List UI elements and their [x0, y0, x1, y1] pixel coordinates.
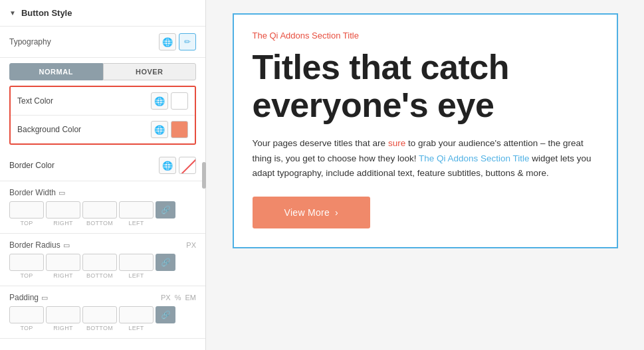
border-radius-px-label: PX: [186, 241, 196, 249]
border-width-left[interactable]: [119, 201, 154, 219]
sub-label-top-br: TOP: [9, 272, 44, 279]
description-text: Your pages deserve titles that are sure …: [253, 136, 598, 181]
border-radius-header: Border Radius ▭ PX: [9, 240, 196, 250]
border-width-header: Border Width ▭: [9, 188, 196, 197]
background-color-label: Background Color: [17, 125, 81, 134]
background-color-control: 🌐: [151, 121, 188, 138]
sub-label-left-br: LEFT: [119, 272, 154, 279]
border-color-row: Border Color 🌐: [0, 150, 205, 181]
sub-label-right-br: RIGHT: [46, 272, 80, 279]
padding-em-label: EM: [185, 294, 197, 302]
monitor-icon-bw: ▭: [58, 189, 65, 197]
border-color-control: 🌐: [159, 157, 196, 174]
padding-label: Padding ▭: [9, 293, 48, 302]
border-color-swatch[interactable]: [179, 157, 196, 174]
sub-label-right-bw: RIGHT: [46, 220, 80, 226]
right-panel: The Qi Addons Section Title Titles that …: [206, 0, 644, 350]
sub-label-right-pad: RIGHT: [46, 325, 80, 331]
link-icon-br: 🔗: [161, 258, 171, 267]
border-width-label: Border Width ▭: [9, 188, 65, 197]
sub-label-bottom-bw: BOTTOM: [82, 220, 117, 226]
text-color-control: 🌐: [151, 92, 188, 110]
highlight-sure: sure: [388, 138, 405, 148]
globe-icon-bg: 🌐: [154, 125, 165, 135]
border-width-inputs: 🔗: [9, 201, 196, 219]
globe-icon-text: 🌐: [154, 96, 165, 106]
sub-label-top-pad: TOP: [9, 325, 44, 331]
padding-left[interactable]: [119, 306, 154, 323]
collapse-arrow-icon: ▼: [9, 9, 16, 17]
padding-top[interactable]: [9, 306, 44, 323]
monitor-icon-pad: ▭: [41, 294, 48, 302]
border-width-link-button[interactable]: 🔗: [156, 201, 175, 219]
view-more-arrow-icon: ›: [335, 207, 338, 218]
typography-edit-button[interactable]: ✏: [179, 33, 196, 50]
border-radius-right[interactable]: [46, 254, 80, 271]
border-radius-left[interactable]: [119, 254, 154, 271]
globe-icon: 🌐: [162, 37, 173, 47]
border-radius-sub-labels: TOP RIGHT BOTTOM LEFT: [9, 272, 196, 279]
border-width-section: Border Width ▭ 🔗 TOP RIGHT BOTTOM LEFT: [0, 181, 205, 234]
view-more-label: View More: [284, 207, 330, 218]
padding-px-label: PX: [161, 294, 171, 302]
border-color-label: Border Color: [9, 161, 54, 170]
typography-globe-button[interactable]: 🌐: [159, 33, 176, 50]
pencil-icon: ✏: [184, 37, 191, 46]
text-color-label: Text Color: [17, 96, 53, 106]
section-title: Button Style: [21, 8, 72, 18]
sub-label-top-bw: TOP: [9, 220, 44, 226]
background-color-swatch[interactable]: [171, 121, 188, 138]
border-radius-section: Border Radius ▭ PX 🔗 TOP RIGHT BOTTOM LE…: [0, 234, 205, 286]
padding-inputs: 🔗: [9, 306, 196, 323]
button-style-header[interactable]: ▼ Button Style: [0, 0, 205, 27]
border-radius-bottom[interactable]: [82, 254, 117, 271]
border-color-globe-button[interactable]: 🌐: [159, 157, 176, 174]
text-color-row: Text Color 🌐: [11, 87, 195, 115]
border-radius-link-button[interactable]: 🔗: [156, 254, 175, 271]
link-icon-bw: 🔗: [161, 205, 171, 215]
typography-row: Typography 🌐 ✏: [0, 27, 205, 58]
text-color-swatch[interactable]: [171, 92, 188, 110]
color-section: Text Color 🌐 Background Color 🌐: [9, 86, 196, 145]
padding-percent-label: %: [175, 294, 181, 302]
border-width-sub-labels: TOP RIGHT BOTTOM LEFT: [9, 220, 196, 226]
link-icon-pad: 🔗: [161, 310, 171, 319]
background-color-row: Background Color 🌐: [11, 115, 195, 143]
section-tag: The Qi Addons Section Title: [253, 31, 598, 41]
border-radius-inputs: 🔗: [9, 254, 196, 271]
sub-label-bottom-br: BOTTOM: [82, 272, 117, 279]
left-panel: ▼ Button Style Typography 🌐 ✏ NORMAL HOV…: [0, 0, 206, 350]
padding-bottom[interactable]: [82, 306, 117, 323]
link-text-qi: The Qi Addons Section Title: [419, 153, 530, 163]
typography-label: Typography: [9, 37, 51, 46]
state-tabs: NORMAL HOVER: [0, 63, 205, 80]
view-more-button[interactable]: View More ›: [253, 197, 371, 228]
text-color-globe-button[interactable]: 🌐: [151, 92, 168, 110]
border-radius-top[interactable]: [9, 254, 44, 271]
bg-color-globe-button[interactable]: 🌐: [151, 121, 168, 138]
padding-section: Padding ▭ PX % EM 🔗 TOP: [0, 286, 205, 339]
padding-link-button[interactable]: 🔗: [156, 306, 175, 323]
normal-tab[interactable]: NORMAL: [9, 63, 103, 80]
content-box: The Qi Addons Section Title Titles that …: [233, 13, 618, 248]
border-width-right[interactable]: [46, 201, 80, 219]
sub-label-left-bw: LEFT: [119, 220, 154, 226]
padding-right[interactable]: [46, 306, 80, 323]
typography-controls: 🌐 ✏: [159, 33, 196, 50]
main-heading: Titles that catch everyone's eye: [253, 48, 598, 124]
padding-header: Padding ▭ PX % EM: [9, 293, 196, 302]
hover-tab[interactable]: HOVER: [103, 63, 197, 80]
monitor-icon-br: ▭: [63, 241, 70, 250]
sub-label-left-pad: LEFT: [119, 325, 154, 331]
padding-sub-labels: TOP RIGHT BOTTOM LEFT: [9, 325, 196, 331]
border-width-top[interactable]: [9, 201, 44, 219]
sub-label-bottom-pad: BOTTOM: [82, 325, 117, 331]
border-width-bottom[interactable]: [82, 201, 117, 219]
globe-icon-border: 🌐: [162, 161, 173, 171]
border-radius-label: Border Radius ▭: [9, 240, 70, 250]
